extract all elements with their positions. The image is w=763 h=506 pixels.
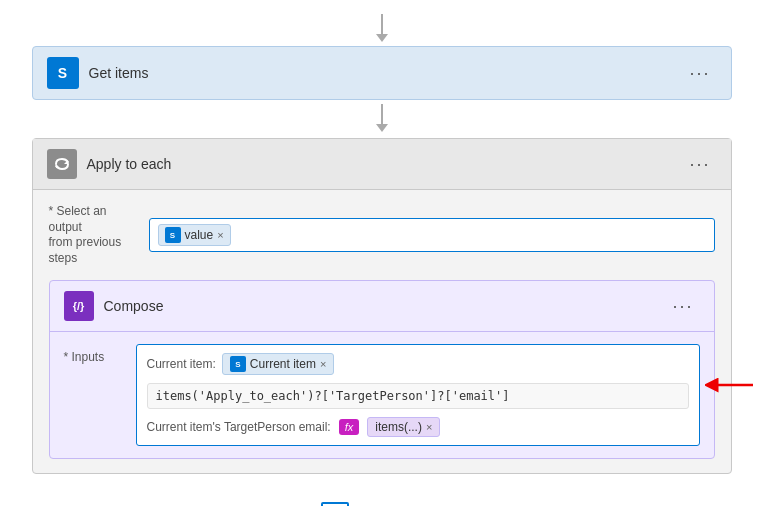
get-items-title: Get items — [89, 65, 149, 81]
inputs-row: * Inputs Current item: S Current item — [64, 344, 700, 446]
current-item-tag: S Current item × — [222, 353, 334, 375]
add-action-button[interactable]: Add an action — [307, 494, 457, 506]
top-arrow — [376, 14, 388, 42]
add-action-container: Add an action — [307, 494, 457, 506]
select-output-row: * Select an output from previous steps S… — [49, 204, 715, 266]
compose-icon: {/} — [64, 291, 94, 321]
value-tag: S value × — [158, 224, 231, 246]
compose-header: {/} Compose ··· — [50, 281, 714, 332]
current-item-sp-icon: S — [230, 356, 246, 372]
red-arrow-svg — [705, 373, 755, 397]
current-item-close[interactable]: × — [320, 358, 326, 370]
sharepoint-icon: S — [47, 57, 79, 89]
apply-each-container: Apply to each ··· * Select an output fro… — [32, 138, 732, 474]
target-person-label: Current item's TargetPerson email: — [147, 420, 331, 434]
fx-tag: fx — [339, 419, 360, 435]
select-output-label: * Select an output from previous steps — [49, 204, 139, 266]
formula-row: items('Apply_to_each')?['TargetPerson']?… — [147, 383, 689, 409]
apply-each-more-button[interactable]: ··· — [683, 152, 716, 177]
flow-container: S Get items ··· Apply to each — [32, 10, 732, 506]
compose-card: {/} Compose ··· * Inputs Current item: — [49, 280, 715, 459]
current-item-row: Current item: S Current item × — [147, 353, 689, 375]
get-items-more-button[interactable]: ··· — [683, 61, 716, 86]
middle-arrow — [376, 104, 388, 132]
items-tag-close[interactable]: × — [426, 421, 432, 433]
compose-body: * Inputs Current item: S Current item — [50, 332, 714, 458]
target-person-row: Current item's TargetPerson email: fx it… — [147, 417, 689, 437]
inputs-content[interactable]: Current item: S Current item × — [136, 344, 700, 446]
compose-title: Compose — [104, 298, 164, 314]
apply-each-left: Apply to each — [47, 149, 172, 179]
get-items-left: S Get items — [47, 57, 149, 89]
tag-sharepoint-icon: S — [165, 227, 181, 243]
apply-each-header: Apply to each ··· — [33, 139, 731, 190]
add-action-icon — [321, 502, 349, 506]
get-items-card: S Get items ··· — [32, 46, 732, 100]
compose-more-button[interactable]: ··· — [666, 294, 699, 319]
current-item-prefix-label: Current item: — [147, 357, 216, 371]
svg-marker-1 — [56, 164, 60, 168]
value-tag-container[interactable]: S value × — [149, 218, 715, 252]
apply-each-title: Apply to each — [87, 156, 172, 172]
compose-left: {/} Compose — [64, 291, 164, 321]
red-arrow-annotation — [705, 373, 755, 400]
inputs-label: * Inputs — [64, 344, 124, 364]
refresh-icon — [53, 155, 71, 173]
items-tag: items(...) × — [367, 417, 440, 437]
apply-each-icon — [47, 149, 77, 179]
apply-each-body: * Select an output from previous steps S… — [33, 190, 731, 473]
value-tag-close[interactable]: × — [217, 229, 223, 241]
